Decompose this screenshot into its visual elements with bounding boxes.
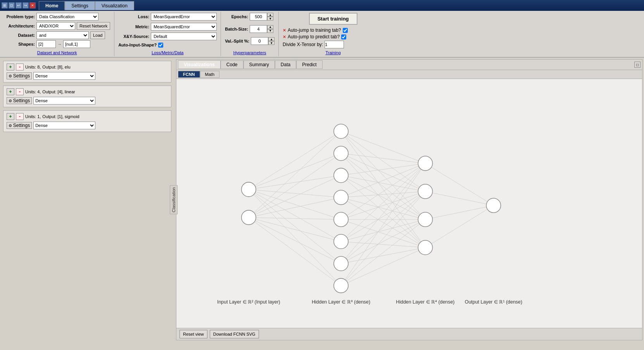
autojump-predict-checkbox[interactable]: [341, 34, 346, 39]
hyperparams-link[interactable]: Hyperparameters: [225, 50, 275, 55]
batch-down-btn[interactable]: ▼: [267, 29, 273, 33]
divide-input[interactable]: [325, 41, 344, 48]
icon-1[interactable]: ⊞: [2, 2, 8, 9]
svg-line-37: [341, 191, 425, 241]
dataset-select[interactable]: and: [36, 31, 89, 39]
problem-type-label: Problem type:: [4, 14, 35, 19]
layer-2-add-btn[interactable]: +: [7, 113, 14, 120]
load-btn[interactable]: Load: [90, 31, 105, 39]
reset-view-btn[interactable]: Reset view: [180, 330, 207, 338]
titlebar-icons: ⊞ ⊡ ↩ ↪ ✕: [2, 2, 36, 9]
viz-tab-predict[interactable]: Predict: [296, 60, 322, 69]
svg-line-38: [341, 220, 425, 242]
layer-card-1: + - Units: 4, Output: [4], linear ⚙ Sett…: [3, 86, 171, 107]
svg-point-56: [334, 168, 348, 182]
svg-line-43: [341, 247, 425, 263]
dataset-network-link[interactable]: Dataset and Network: [4, 50, 110, 55]
svg-line-49: [425, 191, 494, 205]
output-layer-nodes: [486, 198, 501, 213]
layer-2-remove-btn[interactable]: -: [16, 113, 24, 120]
layer-0-add-btn[interactable]: +: [7, 63, 14, 70]
xysource-select[interactable]: Default: [151, 33, 217, 40]
viz-tab-code[interactable]: Code: [221, 60, 243, 69]
layer-0-settings-btn[interactable]: ⚙ Settings: [7, 72, 32, 79]
svg-point-66: [486, 198, 501, 213]
download-fcnn-btn[interactable]: Download FCNN SVG: [210, 330, 259, 338]
svg-point-59: [334, 234, 348, 249]
input-layer-label: Input Layer ∈ ℝ² (Input layer): [217, 299, 280, 305]
layer-2-settings-btn[interactable]: ⚙ Settings: [7, 122, 32, 129]
layer-2-type-select[interactable]: DenseConv2DFlattenDropout: [33, 122, 95, 129]
epochs-input[interactable]: [250, 13, 267, 21]
undo-icon[interactable]: ↩: [16, 2, 22, 9]
valsplit-down-btn[interactable]: ▼: [268, 41, 275, 45]
svg-line-14: [249, 218, 341, 264]
layer-0-remove-btn[interactable]: -: [16, 63, 24, 70]
sub-tab-fcnn[interactable]: FCNN: [178, 71, 200, 78]
layer-1-type-select[interactable]: DenseConv2DFlattenDropout: [33, 97, 95, 105]
layer-card-2: + - Units: 1, Output: [1], sigmoid ⚙ Set…: [3, 110, 171, 132]
epochs-up-btn[interactable]: ▲: [267, 13, 273, 17]
layer-1-settings-btn[interactable]: ⚙ Settings: [7, 97, 32, 104]
valsplit-input[interactable]: [251, 37, 268, 45]
viz-tab-bar: Visualizations Code Summary Data Predict…: [176, 60, 642, 70]
epochs-spinner: ▲ ▼: [250, 13, 273, 21]
svg-point-57: [334, 190, 348, 204]
svg-line-18: [341, 131, 425, 220]
bottom-bar: Reset view Download FCNN SVG: [176, 328, 642, 340]
autoinput-checkbox[interactable]: [158, 43, 163, 48]
loss-metric-link[interactable]: Loss/Metric/Data: [118, 50, 217, 55]
layer-0-type-select[interactable]: DenseConv2DFlattenDropout: [33, 72, 95, 80]
connections-h2-out: [425, 163, 494, 247]
batch-up-btn[interactable]: ▲: [267, 25, 273, 29]
shapes-to-input[interactable]: [63, 40, 90, 48]
svg-line-50: [425, 206, 494, 220]
tab-visualization[interactable]: Visualization: [95, 1, 134, 10]
svg-line-1: [249, 153, 341, 189]
arch-select[interactable]: AND/XOR: [36, 22, 75, 30]
autojump-train-icon: ✕: [283, 28, 286, 33]
svg-line-24: [341, 163, 425, 175]
maximize-btn[interactable]: □: [634, 62, 641, 68]
valsplit-up-btn[interactable]: ▲: [268, 37, 275, 41]
svg-point-65: [418, 240, 432, 255]
start-training-btn[interactable]: Start training: [309, 13, 357, 25]
tab-settings[interactable]: Settings: [65, 1, 95, 10]
metric-select[interactable]: MeanSquaredError: [151, 23, 217, 31]
tab-home[interactable]: Home: [39, 1, 65, 10]
layer-card-0: + - Units: 8, Output: [8], elu ⚙ Setting…: [3, 61, 171, 82]
svg-line-44: [341, 163, 425, 286]
svg-line-7: [249, 189, 341, 285]
svg-line-3: [249, 189, 341, 197]
layer-1-remove-btn[interactable]: -: [16, 88, 24, 95]
problem-type-select[interactable]: Data Classification: [36, 13, 98, 21]
shapes-from-input[interactable]: [36, 40, 56, 48]
nn-svg: Input Layer ∈ ℝ² (Input layer) Hidden La…: [176, 79, 642, 328]
connections-in-h1: [249, 131, 341, 286]
col-loss-metric: Loss: MeanSquaredError Metric: MeanSquar…: [114, 12, 221, 56]
svg-point-52: [242, 182, 256, 197]
close-icon[interactable]: ✕: [29, 2, 36, 9]
layer-2-info: Units: 1,: [25, 114, 41, 119]
metric-label: Metric:: [118, 24, 149, 29]
svg-line-26: [341, 175, 425, 220]
training-link[interactable]: Training: [283, 50, 383, 55]
viz-tab-visualizations[interactable]: Visualizations: [178, 60, 221, 69]
icon-2[interactable]: ⊡: [9, 2, 15, 9]
batch-input[interactable]: [250, 25, 267, 33]
epochs-down-btn[interactable]: ▼: [267, 17, 273, 21]
loss-select[interactable]: MeanSquaredError: [151, 13, 217, 21]
autojump-train-checkbox[interactable]: [343, 28, 348, 33]
viz-tab-data[interactable]: Data: [275, 60, 296, 69]
redo-icon[interactable]: ↪: [22, 2, 29, 9]
layer-1-add-btn[interactable]: +: [7, 88, 14, 95]
layer-2-output: Output: [1], sigmoid: [42, 114, 79, 119]
reset-network-btn[interactable]: Reset Network: [77, 22, 110, 30]
batch-label: Batch-Size:: [225, 27, 248, 31]
svg-point-60: [334, 256, 348, 271]
layer-1-info: Units: 4,: [25, 89, 41, 94]
sub-tab-math[interactable]: Math: [200, 71, 219, 78]
svg-line-20: [341, 153, 425, 163]
viz-tab-summary[interactable]: Summary: [243, 60, 275, 69]
viz-content: Input Layer ∈ ℝ² (Input layer) Hidden La…: [176, 79, 642, 328]
